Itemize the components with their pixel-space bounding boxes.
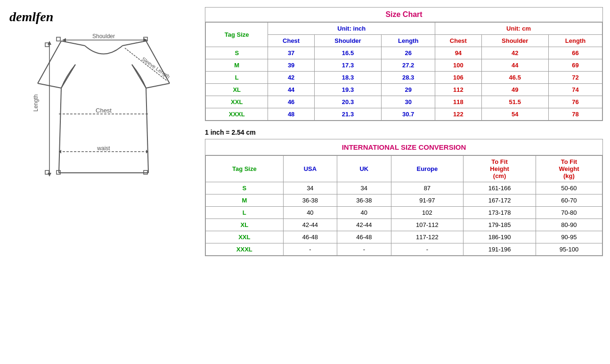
right-panel: Size Chart Tag Size Unit: inch Unit: cm …: [203, 5, 605, 263]
inch-shoulder-header: Shoulder: [314, 35, 381, 47]
svg-text:Shoulder: Shoulder: [92, 33, 115, 40]
cm-length-header: Length: [548, 35, 602, 47]
conversion-table: Tag Size USA UK Europe To FitHeight(cm) …: [205, 155, 602, 256]
tag-size-header: Tag Size: [206, 23, 268, 47]
table-row: XXL 46-48 46-48 117-122 186-190 90-95: [206, 231, 602, 243]
table-row: L 40 40 102 173-178 70-80: [206, 207, 602, 219]
svg-line-0: [61, 41, 85, 46]
svg-line-1: [122, 41, 146, 46]
table-row: S 37 16.5 26 94 42 66: [206, 47, 602, 59]
table-row: M 36-38 36-38 91-97 167-172 60-70: [206, 194, 602, 207]
conv-weight-header: To FitWeight(kg): [536, 156, 602, 182]
svg-marker-25: [48, 173, 51, 177]
table-row: XL 42-44 42-44 107-112 179-185 80-90: [206, 219, 602, 231]
table-row: XL 44 19.3 29 112 49 74: [206, 84, 602, 96]
svg-line-3: [61, 65, 75, 88]
size-chart-title: Size Chart: [205, 8, 602, 22]
brand-logo: demlfen: [9, 9, 53, 24]
inch-note: 1 inch = 2.54 cm: [205, 126, 603, 139]
inch-chest-header: Chest: [268, 35, 314, 47]
conv-europe-header: Europe: [391, 156, 464, 182]
unit-inch-header: Unit: inch: [268, 23, 435, 35]
conv-tag-size-header: Tag Size: [206, 156, 284, 182]
svg-rect-27: [57, 37, 60, 41]
inch-length-header: Length: [382, 35, 435, 47]
table-row: S 34 34 87 161-166 50-60: [206, 182, 602, 194]
svg-text:Chest: Chest: [96, 107, 112, 114]
unit-cm-header: Unit: cm: [435, 23, 602, 35]
cm-chest-header: Chest: [435, 35, 481, 47]
tshirt-diagram: Sleeve Length Shoulder Chest waist Lengt…: [24, 32, 184, 210]
table-row: M 39 17.3 27.2 100 44 69: [206, 59, 602, 72]
cm-shoulder-header: Shoulder: [481, 35, 548, 47]
table-row: XXL 46 20.3 30 118 51.5 76: [206, 96, 602, 108]
svg-line-9: [146, 88, 148, 173]
size-chart-table: Tag Size Unit: inch Unit: cm Chest Shoul…: [205, 22, 602, 121]
svg-line-7: [146, 83, 170, 88]
conv-height-header: To FitHeight(cm): [464, 156, 536, 182]
svg-line-6: [132, 65, 146, 88]
conv-uk-header: UK: [337, 156, 391, 182]
svg-text:waist: waist: [97, 145, 110, 152]
svg-line-8: [59, 88, 61, 173]
table-row: L 42 18.3 28.3 106 46.5 72: [206, 72, 602, 84]
left-panel: demlfen: [5, 5, 203, 215]
table-row: XXXL 48 21.3 30.7 122 54 78: [206, 108, 602, 121]
svg-line-11: [125, 48, 167, 81]
size-chart-container: Size Chart Tag Size Unit: inch Unit: cm …: [205, 7, 603, 121]
conv-usa-header: USA: [283, 156, 337, 182]
table-row: XXXL - - - 191-196 95-100: [206, 243, 602, 256]
conversion-container: INTERNATIONAL SIZE CONVERSION Tag Size U…: [205, 139, 603, 256]
conversion-title: INTERNATIONAL SIZE CONVERSION: [205, 139, 602, 155]
svg-text:Length: Length: [33, 94, 39, 112]
